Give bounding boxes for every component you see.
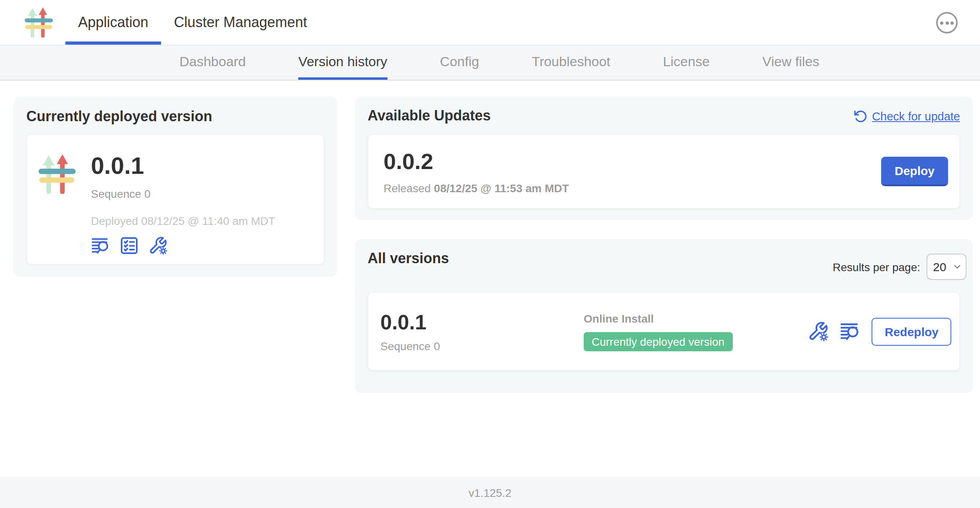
update-version-number: 0.0.2 [384,149,569,174]
currently-deployed-card: Currently deployed version 0.0.1 Sequenc… [14,96,337,277]
version-row: 0.0.1 Sequence 0 Online Install Currentl… [368,292,960,371]
tab-cluster-management[interactable]: Cluster Management [161,0,320,45]
footer-bar: v1.125.2 [0,477,980,508]
results-per-page-value: 20 [933,260,946,274]
deploy-button[interactable]: Deploy [881,157,948,186]
top-navbar: Application Cluster Management [0,0,980,45]
app-subnav: Dashboard Version history Config Trouble… [0,45,980,81]
subnav-view-files-label: View files [762,54,819,70]
released-label: Released [384,181,431,194]
tab-application-label: Application [78,14,148,31]
ellipsis-menu-icon[interactable] [936,12,958,33]
top-tabs: Application Cluster Management [65,0,320,45]
subnav-item-view-files[interactable]: View files [762,45,819,80]
current-version-deployed-at: Deployed 08/12/25 @ 11:40 am MDT [91,213,275,229]
available-update-details: 0.0.2 Released08/12/25 @ 11:53 am MDT [384,149,569,194]
install-type-label: Online Install [584,312,732,325]
app-logo-icon [37,154,77,194]
chevron-down-icon [953,262,962,271]
available-updates-title: Available Updates [368,108,491,124]
config-icon[interactable] [808,321,829,342]
app-logo-icon [24,7,54,37]
version-row-actions: Redeploy [808,317,951,345]
subnav-troubleshoot-label: Troubleshoot [532,54,610,70]
available-update-row: 0.0.2 Released08/12/25 @ 11:53 am MDT De… [368,134,960,209]
current-version-actions [91,236,275,255]
preflight-checks-icon[interactable] [120,236,139,255]
subnav-config-label: Config [440,54,479,70]
subnav-dashboard-label: Dashboard [179,54,246,70]
app-window: Application Cluster Management Dashboard… [0,0,980,508]
subnav-item-license[interactable]: License [663,45,710,80]
tab-cluster-management-label: Cluster Management [174,14,307,31]
available-updates-card: Available Updates Check for update 0.0.2… [355,96,973,220]
row-version-number: 0.0.1 [380,310,440,334]
subnav-license-label: License [663,54,710,70]
subnav-item-version-history[interactable]: Version history [298,45,387,80]
check-for-update-link[interactable]: Check for update [852,109,960,123]
current-version-number: 0.0.1 [91,152,275,179]
currently-deployed-title: Currently deployed version [26,108,325,125]
update-released-at: Released08/12/25 @ 11:53 am MDT [384,181,569,194]
subnav-item-dashboard[interactable]: Dashboard [179,45,246,80]
row-version-sequence: Sequence 0 [380,340,440,352]
currently-deployed-badge: Currently deployed version [584,332,732,351]
current-version-sequence: Sequence 0 [91,186,275,202]
released-date: 08/12/25 @ 11:53 am MDT [434,181,569,194]
logs-icon[interactable] [840,321,861,342]
all-versions-title: All versions [368,250,449,267]
logs-icon[interactable] [91,236,110,255]
subnav-version-history-label: Version history [298,54,387,70]
results-per-page-label: Results per page: [833,261,920,274]
current-version-details: 0.0.1 Sequence 0 Deployed 08/12/25 @ 11:… [91,146,275,264]
subnav-item-config[interactable]: Config [440,45,479,80]
check-for-update-label: Check for update [872,110,960,122]
console-version: v1.125.2 [468,486,511,499]
currently-deployed-version-panel: 0.0.1 Sequence 0 Deployed 08/12/25 @ 11:… [26,134,325,265]
refresh-icon [852,109,866,123]
redeploy-button[interactable]: Redeploy [872,317,951,345]
tab-application[interactable]: Application [65,0,161,45]
version-row-details: 0.0.1 Sequence 0 [380,310,440,352]
version-row-status: Online Install Currently deployed versio… [584,312,732,351]
config-icon[interactable] [148,236,167,255]
subnav-item-troubleshoot[interactable]: Troubleshoot [532,45,610,80]
all-versions-card: All versions Results per page: 20 0.0.1 … [355,239,973,393]
results-per-page-select[interactable]: 20 [927,254,966,280]
